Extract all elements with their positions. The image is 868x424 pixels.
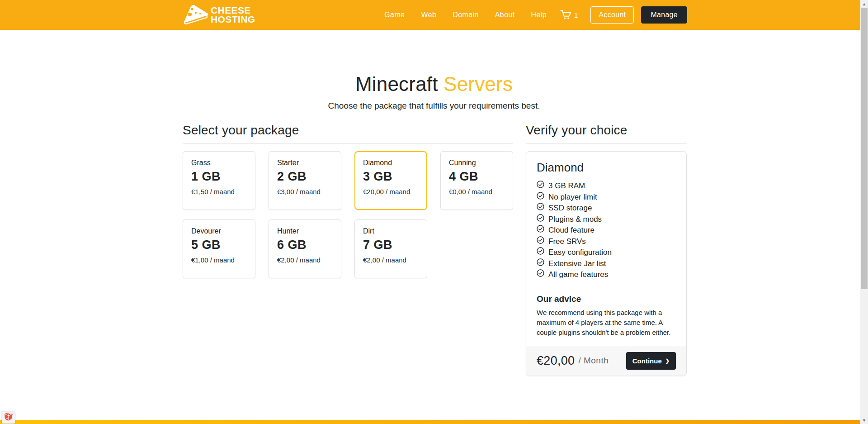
- package-section-heading: Select your package: [183, 123, 513, 138]
- price-period: / Month: [578, 356, 609, 366]
- feature-item: Free SRVs: [537, 236, 676, 248]
- check-circle-icon: [537, 225, 544, 236]
- advice-heading: Our advice: [537, 294, 676, 304]
- brand-logo[interactable]: CHEESE HOSTING: [181, 3, 255, 27]
- package-card-dirt[interactable]: Dirt 7 GB €2,00 / maand: [354, 219, 427, 278]
- laravel-icon: [4, 412, 13, 423]
- scrollbar-down-arrow[interactable]: ▼: [860, 416, 868, 424]
- brand-name: CHEESE HOSTING: [211, 6, 255, 24]
- nav-item-web[interactable]: Web: [421, 11, 436, 19]
- nav-item-about[interactable]: About: [495, 11, 515, 19]
- package-size: 7 GB: [363, 238, 419, 252]
- check-circle-icon: [537, 181, 544, 192]
- check-circle-icon: [537, 247, 544, 258]
- section-divider: [183, 143, 513, 144]
- verify-panel: Diamond 3 GB RAM No player limit SSD sto…: [526, 151, 687, 376]
- nav-item-help[interactable]: Help: [531, 11, 547, 19]
- package-grid: Grass 1 GB €1,50 / maand Starter 2 GB €3…: [183, 151, 513, 278]
- feature-item: 3 GB RAM: [537, 181, 676, 192]
- package-card-grass[interactable]: Grass 1 GB €1,50 / maand: [183, 151, 255, 210]
- feature-item: Easy configuration: [537, 247, 676, 258]
- scrollbar-thumb[interactable]: [861, 8, 868, 289]
- top-navbar: CHEESE HOSTING Game Web Domain About Hel…: [0, 0, 868, 30]
- nav-item-domain[interactable]: Domain: [453, 11, 479, 19]
- package-price: €1,00 / maand: [191, 256, 247, 264]
- scrollbar-up-arrow[interactable]: ▲: [860, 0, 868, 8]
- feature-item: SSD storage: [537, 203, 676, 214]
- package-card-starter[interactable]: Starter 2 GB €3,00 / maand: [269, 151, 341, 210]
- nav-item-game[interactable]: Game: [384, 11, 405, 19]
- verify-section-heading: Verify your choice: [526, 123, 687, 138]
- account-button[interactable]: Account: [590, 6, 634, 24]
- package-size: 1 GB: [191, 170, 247, 184]
- package-size: 5 GB: [191, 238, 247, 252]
- cart-count-badge: 1: [574, 11, 578, 19]
- package-price: €20,00 / maand: [363, 188, 419, 195]
- section-divider: [526, 143, 687, 144]
- advice-divider: [537, 288, 676, 288]
- check-circle-icon: [537, 203, 544, 214]
- selected-package-name: Diamond: [537, 161, 676, 175]
- main-nav: Game Web Domain About Help: [384, 11, 547, 19]
- laravel-debugbar-toggle[interactable]: [2, 412, 15, 424]
- package-select-section: Select your package Grass 1 GB €1,50 / m…: [183, 123, 513, 376]
- package-name: Hunter: [277, 227, 333, 235]
- package-card-cunning[interactable]: Cunning 4 GB €0,00 / maand: [440, 151, 513, 210]
- cheese-icon: [181, 3, 210, 27]
- package-name: Diamond: [363, 159, 419, 167]
- advice-text: We recommend using this package with a m…: [537, 308, 676, 338]
- footer-accent-bar: [0, 420, 860, 424]
- check-circle-icon: [537, 269, 544, 281]
- package-name: Devourer: [191, 227, 247, 235]
- page-title-accent: Servers: [443, 73, 513, 95]
- package-price: €2,00 / maand: [277, 256, 333, 264]
- hero-section: Minecraft Servers Choose the package tha…: [0, 30, 868, 111]
- chevron-right-icon: ❯: [665, 358, 670, 363]
- cart-icon: [560, 10, 571, 21]
- package-price: €3,00 / maand: [277, 188, 333, 195]
- package-price: €0,00 / maand: [449, 188, 505, 195]
- feature-item: Extensive Jar list: [537, 258, 676, 270]
- feature-item: Cloud feature: [537, 225, 676, 236]
- check-circle-icon: [537, 192, 544, 203]
- package-name: Starter: [277, 159, 333, 167]
- package-price: €2,00 / maand: [363, 256, 419, 264]
- page-title: Minecraft Servers: [0, 73, 868, 95]
- package-card-devourer[interactable]: Devourer 5 GB €1,00 / maand: [183, 219, 255, 278]
- check-circle-icon: [537, 214, 544, 225]
- feature-list: 3 GB RAM No player limit SSD storage Plu…: [537, 181, 676, 281]
- verify-section: Verify your choice Diamond 3 GB RAM No p…: [526, 123, 687, 376]
- package-card-hunter[interactable]: Hunter 6 GB €2,00 / maand: [269, 219, 341, 278]
- cart-button[interactable]: 1: [560, 10, 578, 21]
- package-name: Dirt: [363, 227, 419, 235]
- total-price: €20,00: [537, 354, 575, 368]
- package-size: 4 GB: [449, 170, 505, 184]
- package-size: 6 GB: [277, 238, 333, 252]
- check-circle-icon: [537, 258, 544, 270]
- package-name: Cunning: [449, 159, 505, 167]
- verify-panel-footer: €20,00 / Month Continue ❯: [526, 346, 686, 376]
- package-size: 2 GB: [277, 170, 333, 184]
- feature-item: No player limit: [537, 192, 676, 203]
- package-card-diamond-selected[interactable]: Diamond 3 GB €20,00 / maand: [354, 151, 427, 210]
- manage-button[interactable]: Manage: [641, 6, 687, 24]
- continue-button[interactable]: Continue ❯: [626, 352, 676, 370]
- vertical-scrollbar[interactable]: ▲ ▼: [860, 0, 868, 424]
- package-name: Grass: [191, 159, 247, 167]
- package-size: 3 GB: [363, 170, 419, 184]
- package-price: €1,50 / maand: [191, 188, 247, 195]
- feature-item: All game features: [537, 269, 676, 281]
- check-circle-icon: [537, 236, 544, 248]
- feature-item: Plugins & mods: [537, 214, 676, 225]
- page-subtitle: Choose the package that fulfills your re…: [0, 101, 868, 111]
